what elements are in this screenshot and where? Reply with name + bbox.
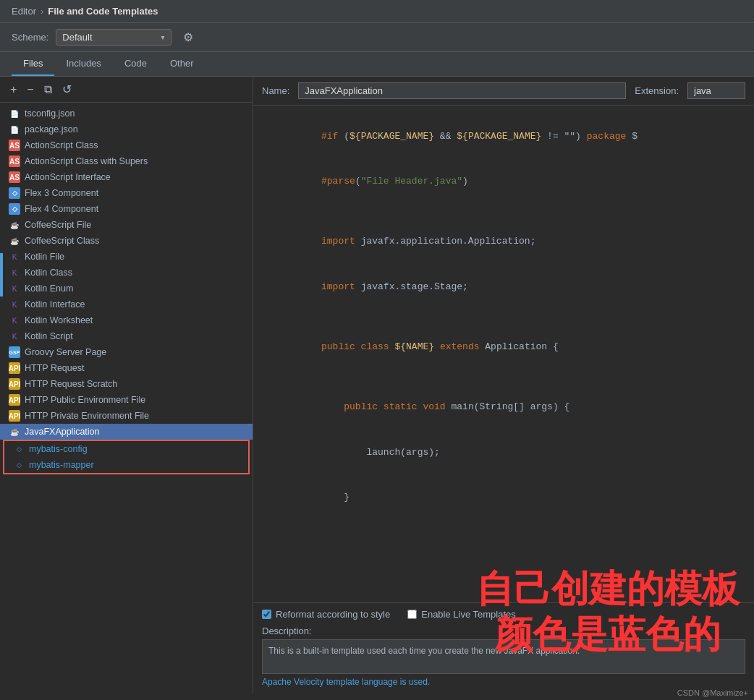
scheme-select[interactable]: Default Project bbox=[56, 29, 171, 46]
file-item-label: HTTP Private Environment File bbox=[25, 411, 149, 421]
scheme-select-wrapper[interactable]: Default Project bbox=[56, 29, 171, 46]
add-button[interactable]: + bbox=[7, 82, 20, 98]
flex-icon: ◇ bbox=[9, 187, 20, 199]
list-item[interactable]: GSP Groovy Server Page bbox=[0, 344, 253, 360]
watermark: CSDN @Maximize+ bbox=[677, 688, 748, 697]
list-item[interactable]: ☕ CoffeeScript Class bbox=[0, 233, 253, 249]
coffee-icon: ☕ bbox=[9, 219, 20, 231]
file-item-label: ActionScript Interface bbox=[25, 172, 111, 182]
list-item[interactable]: 📄 tsconfig.json bbox=[0, 106, 253, 121]
as-icon: AS bbox=[9, 155, 20, 167]
breadcrumb-title: File and Code Templates bbox=[48, 6, 158, 17]
list-item[interactable]: K Kotlin Class bbox=[0, 265, 253, 281]
toolbar: + − ⧉ ↺ bbox=[0, 77, 253, 103]
file-item-label: package.json bbox=[25, 124, 78, 135]
java-icon: ☕ bbox=[9, 426, 20, 438]
file-item-label: Kotlin Enum bbox=[25, 283, 73, 294]
kotlin-icon: K bbox=[9, 251, 20, 262]
copy-button[interactable]: ⧉ bbox=[41, 82, 55, 98]
kotlin-icon: K bbox=[9, 267, 20, 278]
velocity-note: Apache Velocity template language is use… bbox=[262, 677, 745, 687]
extension-input[interactable] bbox=[687, 82, 745, 99]
list-item-mybatis-config[interactable]: ◇ mybatis-config bbox=[4, 441, 248, 457]
file-item-label: CoffeeScript Class bbox=[25, 236, 99, 246]
code-editor[interactable]: #if (${PACKAGE_NAME} && ${PACKAGE_NAME} … bbox=[253, 106, 754, 602]
main-content: + − ⧉ ↺ 📄 tsconfig.json 📄 package.json bbox=[0, 77, 754, 693]
gear-button[interactable]: ⚙ bbox=[179, 29, 198, 46]
file-item-label: mybatis-mapper bbox=[29, 460, 94, 470]
left-accent bbox=[0, 253, 3, 296]
api-icon: API bbox=[9, 410, 20, 422]
list-item[interactable]: K Kotlin Worksheet bbox=[0, 312, 253, 328]
tab-other[interactable]: Other bbox=[158, 52, 206, 76]
tab-code[interactable]: Code bbox=[113, 52, 158, 76]
code-line-10: launch(args); bbox=[265, 430, 742, 475]
right-panel: Name: Extension: #if (${PACKAGE_NAME} &&… bbox=[253, 77, 754, 693]
coffee-icon: ☕ bbox=[9, 235, 20, 247]
json-icon: 📄 bbox=[9, 124, 20, 135]
tab-files[interactable]: Files bbox=[12, 52, 54, 76]
file-item-label: Kotlin Script bbox=[25, 331, 73, 341]
list-item-mybatis-mapper[interactable]: ◇ mybatis-mapper bbox=[4, 457, 248, 473]
editor-footer: Reformat according to style Enable Live … bbox=[253, 602, 754, 693]
remove-button[interactable]: − bbox=[24, 82, 36, 98]
list-item-javafx[interactable]: ☕ JavaFXApplication bbox=[0, 424, 253, 440]
reformat-checkbox-label[interactable]: Reformat according to style bbox=[262, 609, 390, 620]
list-item[interactable]: AS ActionScript Interface bbox=[0, 169, 253, 185]
api-icon: API bbox=[9, 378, 20, 390]
flex-icon: ◇ bbox=[9, 203, 20, 215]
left-panel: + − ⧉ ↺ 📄 tsconfig.json 📄 package.json bbox=[0, 77, 253, 693]
description-label: Description: bbox=[262, 626, 745, 636]
list-item[interactable]: AS ActionScript Class bbox=[0, 137, 253, 153]
extension-label: Extension: bbox=[635, 85, 679, 96]
code-line-5: import javafx.stage.Stage; bbox=[265, 265, 742, 310]
list-item[interactable]: ☕ CoffeeScript File bbox=[0, 217, 253, 233]
code-line-3 bbox=[265, 205, 742, 220]
as-icon: AS bbox=[9, 140, 20, 151]
list-item[interactable]: API HTTP Request Scratch bbox=[0, 376, 253, 392]
json-icon: 📄 bbox=[9, 108, 20, 119]
file-item-label: HTTP Request bbox=[25, 363, 84, 373]
reset-button[interactable]: ↺ bbox=[59, 81, 75, 98]
as-icon: AS bbox=[9, 171, 20, 183]
list-item[interactable]: 📄 package.json bbox=[0, 121, 253, 137]
api-icon: API bbox=[9, 362, 20, 374]
xml-icon: ◇ bbox=[13, 459, 25, 471]
file-item-label: HTTP Public Environment File bbox=[25, 395, 145, 405]
file-item-label: HTTP Request Scratch bbox=[25, 379, 117, 389]
reformat-checkbox[interactable] bbox=[262, 610, 271, 619]
live-templates-checkbox-label[interactable]: Enable Live Templates bbox=[407, 609, 516, 620]
file-item-label: Groovy Server Page bbox=[25, 347, 106, 357]
file-item-label: Kotlin Class bbox=[25, 268, 72, 278]
kotlin-icon: K bbox=[9, 283, 20, 294]
scheme-label: Scheme: bbox=[12, 32, 48, 43]
tab-includes[interactable]: Includes bbox=[54, 52, 112, 76]
list-item[interactable]: K Kotlin File bbox=[0, 249, 253, 265]
list-item[interactable]: API HTTP Request bbox=[0, 360, 253, 376]
list-item[interactable]: ◇ Flex 4 Component bbox=[0, 201, 253, 217]
file-item-label: JavaFXApplication bbox=[25, 427, 100, 437]
description-text: This is a built-in template used each ti… bbox=[268, 646, 580, 656]
live-templates-label: Enable Live Templates bbox=[421, 609, 516, 620]
code-line-4: import javafx.application.Application; bbox=[265, 220, 742, 265]
list-item[interactable]: ◇ Flex 3 Component bbox=[0, 185, 253, 201]
code-line-8 bbox=[265, 370, 742, 385]
live-templates-checkbox[interactable] bbox=[407, 610, 417, 619]
code-line-2: #parse("File Header.java") bbox=[265, 159, 742, 204]
xml-icon: ◇ bbox=[13, 443, 25, 455]
list-item[interactable]: K Kotlin Enum bbox=[0, 281, 253, 296]
name-label: Name: bbox=[262, 85, 289, 96]
file-item-label: Kotlin Interface bbox=[25, 299, 85, 310]
file-item-label: Kotlin File bbox=[25, 252, 64, 262]
code-line-6 bbox=[265, 310, 742, 325]
list-item[interactable]: AS ActionScript Class with Supers bbox=[0, 153, 253, 169]
code-line-1: #if (${PACKAGE_NAME} && ${PACKAGE_NAME} … bbox=[265, 114, 742, 159]
list-item[interactable]: K Kotlin Script bbox=[0, 328, 253, 344]
api-icon: API bbox=[9, 394, 20, 406]
checkboxes-row: Reformat according to style Enable Live … bbox=[262, 609, 745, 620]
list-item[interactable]: API HTTP Private Environment File bbox=[0, 408, 253, 424]
user-created-group: ◇ mybatis-config ◇ mybatis-mapper bbox=[3, 440, 250, 474]
list-item[interactable]: K Kotlin Interface bbox=[0, 296, 253, 312]
list-item[interactable]: API HTTP Public Environment File bbox=[0, 392, 253, 408]
name-input[interactable] bbox=[298, 82, 626, 99]
